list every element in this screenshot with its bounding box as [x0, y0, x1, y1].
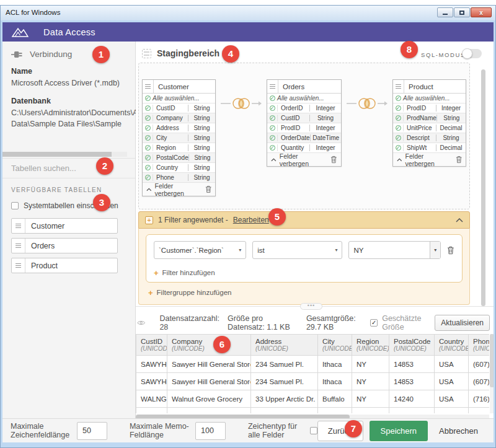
select-all-row[interactable]: ✓ Alle auswählen...	[143, 94, 215, 103]
collapse-chevron-icon[interactable]	[456, 218, 463, 222]
eye-icon[interactable]	[137, 319, 145, 327]
check-circle-icon[interactable]: ✓	[393, 115, 403, 121]
expand-filter-icon[interactable]: +	[145, 216, 153, 224]
check-circle-icon[interactable]: ✓	[267, 125, 277, 131]
chevron-down-icon[interactable]: ▾	[430, 242, 440, 258]
drag-handle-icon[interactable]	[393, 80, 404, 93]
splitter-handle[interactable]: •••	[300, 303, 322, 310]
field-row[interactable]: ✓DescriptString	[393, 133, 466, 143]
sidebar-table-orders[interactable]: Orders	[11, 238, 118, 253]
minimize-button[interactable]	[437, 7, 453, 17]
drag-handle-icon[interactable]	[12, 239, 25, 253]
check-circle-icon[interactable]: ✓	[143, 95, 153, 101]
hide-fields-label[interactable]: Felder verbergen	[280, 152, 328, 167]
system-tables-checkbox[interactable]	[11, 202, 19, 209]
field-row[interactable]: ✓CustIDString	[267, 113, 341, 123]
cancel-button[interactable]: Abbrechen	[432, 421, 485, 441]
check-circle-icon[interactable]: ✓	[267, 115, 277, 121]
drag-handle-icon[interactable]	[267, 80, 278, 93]
sidebar-table-product[interactable]: Product	[11, 258, 118, 273]
scrollbar-thumb[interactable]	[2, 152, 112, 157]
hide-fields-label[interactable]: Felder verbergen	[405, 152, 453, 167]
drag-handle-icon[interactable]	[12, 258, 25, 273]
check-circle-icon[interactable]: ✓	[143, 125, 153, 131]
edit-filter-link[interactable]: Bearbeiten	[233, 216, 269, 224]
acl-logo-icon	[11, 26, 30, 38]
chevron-up-icon[interactable]	[271, 158, 277, 162]
filter-field-dropdown[interactable]: `Customer`.`Region`▾	[154, 241, 246, 259]
field-row[interactable]: ✓CityString	[143, 133, 215, 143]
check-circle-icon[interactable]: ✓	[267, 145, 277, 151]
main-vertical-scrollbar[interactable]	[481, 69, 485, 306]
check-circle-icon[interactable]: ✓	[267, 135, 277, 141]
staging-card-customer: Customer ✓ Alle auswählen... ✓CustIDStri…	[142, 79, 216, 196]
check-circle-icon[interactable]: ✓	[143, 155, 153, 160]
check-circle-icon[interactable]: ✓	[143, 105, 153, 111]
connection-horizontal-scrollbar[interactable]	[2, 152, 127, 157]
maximize-button[interactable]	[454, 7, 470, 17]
check-circle-icon[interactable]: ✓	[393, 145, 403, 151]
char-type-label: Zeichentyp für alle Felder	[248, 422, 304, 439]
scrollbar-thumb[interactable]	[136, 415, 350, 418]
drag-handle-icon[interactable]	[143, 80, 154, 93]
drag-handle-icon[interactable]	[12, 219, 25, 233]
save-button[interactable]: Speichern	[370, 421, 428, 441]
add-filter-link[interactable]: + Filter hinzufügen	[154, 267, 454, 278]
field-row[interactable]: ✓RegionString	[143, 143, 215, 153]
check-circle-icon[interactable]: ✓	[143, 165, 153, 170]
close-button[interactable]: x	[471, 7, 492, 17]
join-connector[interactable]	[216, 97, 267, 110]
field-row[interactable]: ✓CustIDString	[143, 103, 215, 113]
sidebar-table-customer[interactable]: Customer	[11, 218, 118, 234]
field-row[interactable]: ✓AddressString	[143, 123, 215, 133]
trash-icon[interactable]	[205, 185, 211, 193]
check-circle-icon[interactable]: ✓	[143, 115, 153, 121]
check-circle-icon[interactable]: ✓	[267, 95, 277, 101]
check-circle-icon[interactable]: ✓	[143, 145, 153, 151]
join-connector[interactable]	[342, 97, 392, 110]
trash-icon[interactable]	[456, 156, 462, 164]
check-circle-icon[interactable]: ✓	[267, 105, 277, 111]
check-circle-icon[interactable]: ✓	[393, 125, 403, 131]
field-row[interactable]: ✓OrderIDInteger	[267, 103, 341, 113]
filter-value-combobox[interactable]: NY ▾	[348, 241, 441, 259]
table-horizontal-scrollbar[interactable]	[136, 415, 489, 418]
field-row[interactable]: ✓OrderDateDateTime	[267, 133, 341, 143]
check-circle-icon[interactable]: ✓	[393, 95, 403, 101]
trash-icon[interactable]	[330, 156, 337, 164]
hide-fields-label[interactable]: Felder verbergen	[155, 182, 202, 197]
check-circle-icon[interactable]: ✓	[393, 105, 403, 111]
check-circle-icon[interactable]: ✓	[143, 135, 153, 141]
max-char-input[interactable]	[77, 422, 107, 440]
refresh-button[interactable]: Aktualisieren	[435, 315, 490, 331]
field-row[interactable]: ✓UnitPriceDecimal	[393, 123, 466, 133]
join-venn-icon[interactable]	[347, 97, 388, 110]
estimated-size-checkbox[interactable]: ✓	[370, 319, 378, 327]
filter-summary-bar[interactable]: + 1 Filter angewendet - Bearbeiten	[138, 211, 470, 229]
check-circle-icon[interactable]: ✓	[393, 135, 403, 141]
field-row[interactable]: ✓PostalCodeString	[143, 153, 215, 163]
filter-operator-dropdown[interactable]: ist▾	[252, 241, 342, 259]
add-filter-group-link[interactable]: + Filtergruppe hinzufügen	[148, 287, 463, 298]
check-circle-icon[interactable]: ✓	[143, 175, 153, 180]
field-row[interactable]: ✓ProdNameString	[393, 113, 466, 123]
scrollbar-thumb[interactable]	[490, 334, 494, 387]
table-vertical-scrollbar[interactable]	[490, 334, 494, 413]
delete-filter-icon[interactable]	[447, 246, 454, 255]
field-row[interactable]: ✓CompanyString	[143, 113, 215, 123]
field-row[interactable]: ✓CountryString	[143, 163, 215, 173]
field-row[interactable]: ✓ProdIDInteger	[393, 103, 466, 113]
select-all-row[interactable]: ✓ Alle auswählen...	[267, 94, 341, 103]
char-type-checkbox[interactable]	[310, 427, 317, 434]
max-memo-input[interactable]	[195, 422, 226, 440]
select-all-row[interactable]: ✓ Alle auswählen...	[393, 94, 466, 103]
chevron-up-icon[interactable]	[146, 188, 152, 191]
chevron-up-icon[interactable]	[397, 158, 402, 162]
sql-mode-toggle[interactable]	[463, 49, 482, 58]
join-venn-icon[interactable]	[221, 97, 262, 110]
preview-table-wrap: CustID(UNICODE) Company(UNICODE) Address…	[136, 334, 489, 413]
filter-summary: 1 Filter angewendet -	[158, 216, 228, 224]
toggle-knob[interactable]	[462, 48, 472, 59]
field-row[interactable]: ✓ProdIDInteger	[267, 123, 341, 133]
column-header: Phone(UNICODE)	[469, 335, 490, 356]
